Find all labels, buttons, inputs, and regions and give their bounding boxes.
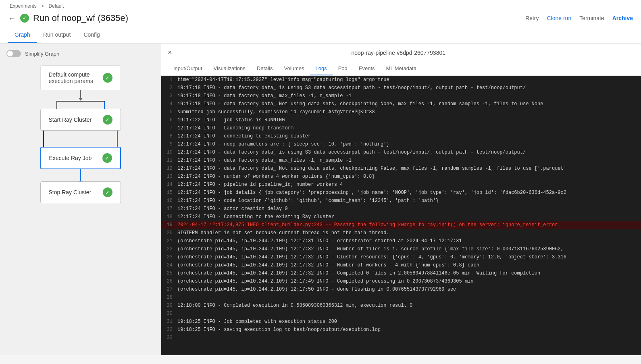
log-line-text: SIGTERM handler is not set because curre…	[177, 229, 389, 237]
tab-logs[interactable]: Logs	[310, 62, 332, 75]
log-line-number: 17	[161, 205, 177, 212]
simplify-toggle[interactable]	[6, 50, 21, 57]
log-line: 219:17:18 INFO - data factory data_ is u…	[161, 84, 641, 92]
log-line: 1time="2024-04-17T19:17:15.293Z" level=i…	[161, 76, 641, 84]
log-line-number: 8	[161, 133, 177, 140]
clone-run-button[interactable]: Clone run	[547, 15, 571, 21]
tab-details[interactable]: Details	[251, 62, 279, 75]
log-line-text: (orchestrate pid=145, ip=10.244.2.109) 1…	[177, 262, 479, 269]
log-line-text: 12:17:24 INFO - code location {'github':…	[177, 197, 439, 204]
log-line-text: (orchestrate pid=145, ip=10.244.2.109) 1…	[177, 270, 540, 277]
tab-config[interactable]: Config	[77, 27, 106, 43]
log-line-number: 23	[161, 254, 177, 261]
log-line-number: 32	[161, 326, 177, 333]
log-line-text: time="2024-04-17T19:17:15.293Z" level=in…	[177, 76, 389, 83]
page-title: Run of noop_wf (3635e)	[33, 13, 128, 23]
log-line: 25(orchestrate pid=145, ip=10.244.2.109)…	[161, 269, 641, 277]
log-line-text: 12:17:24 INFO - noop parameters are : {'…	[177, 141, 389, 148]
log-line-number: 3	[161, 92, 177, 100]
log-line: 1712:17:24 INFO - actor creation delay 0	[161, 205, 641, 213]
log-line: 712:17:24 INFO - Launching noop transfor…	[161, 124, 641, 132]
simplify-label: Simplify Graph	[25, 51, 59, 57]
tab-pod[interactable]: Pod	[333, 62, 353, 75]
log-line: 23(orchestrate pid=145, ip=10.244.2.109)…	[161, 253, 641, 261]
breadcrumb: Experiments > Default	[8, 0, 633, 10]
log-line: 1612:17:24 INFO - code location {'github…	[161, 197, 641, 205]
log-line-number: 9	[161, 141, 177, 148]
node-check-stop-ray: ✓	[103, 187, 112, 197]
log-line-number: 27	[161, 286, 177, 293]
log-line-number: 15	[161, 189, 177, 196]
log-line-text: 12:17:24 INFO - job details {'job catego…	[177, 189, 566, 196]
log-line-text: 19:17:18 INFO - data factory data_ max_f…	[177, 92, 352, 100]
log-line-number: 2	[161, 84, 177, 92]
log-line: 26(orchestrate pid=145, ip=10.244.2.109)…	[161, 277, 641, 285]
node-check-execute-ray: ✓	[102, 153, 112, 163]
tab-visualizations[interactable]: Visualizations	[208, 62, 251, 75]
log-line-number: 20	[161, 229, 177, 237]
log-line-number: 6	[161, 116, 177, 124]
tab-events[interactable]: Events	[353, 62, 381, 75]
log-line-number: 4	[161, 100, 177, 108]
node-check-start-ray: ✓	[103, 115, 112, 125]
log-line: 5submitted job successfully, submission …	[161, 108, 641, 116]
log-line-number: 28	[161, 294, 177, 301]
log-line-text: 12:17:24 INFO - data factory data_ max_f…	[177, 157, 352, 164]
log-line: 27(orchestrate pid=145, ip=10.244.2.109)…	[161, 285, 641, 293]
log-line: 319:17:18 INFO - data factory data_ max_…	[161, 92, 641, 100]
log-line: 1212:17:24 INFO - data factory data_ Not…	[161, 164, 641, 173]
log-line-text: 12:18:00 INFO - Completed execution in 0…	[177, 302, 412, 309]
log-line-text: submitted job successfully, submission i…	[177, 108, 375, 116]
retry-button[interactable]: Retry	[525, 15, 539, 21]
tab-input-output[interactable]: Input/Output	[168, 62, 208, 75]
graph-node-default-compute[interactable]: Default computeexecution params ✓	[40, 65, 121, 90]
log-line: 1512:17:24 INFO - job details {'job cate…	[161, 189, 641, 197]
close-button[interactable]: ×	[168, 48, 172, 57]
log-line-number: 16	[161, 197, 177, 204]
log-line: 33	[161, 334, 641, 342]
log-line-number: 22	[161, 245, 177, 253]
log-line-text: 12:17:24 INFO - actor creation delay 0	[177, 205, 288, 212]
log-line-text: (orchestrate pid=145, ip=10.244.2.109) 1…	[177, 254, 566, 261]
tab-graph[interactable]: Graph	[8, 27, 37, 43]
archive-button[interactable]: Archive	[612, 15, 633, 21]
graph-node-start-ray[interactable]: Start Ray Cluster ✓	[40, 109, 121, 131]
log-line-number: 14	[161, 181, 177, 188]
log-line-text: 19:17:22 INFO - job status is RUNNING	[177, 116, 285, 124]
tab-volumes[interactable]: Volumes	[279, 62, 310, 75]
status-icon: ✓	[20, 14, 29, 23]
log-line: 3219:18:25 INFO - saving execution log t…	[161, 326, 641, 334]
graph-node-execute-ray[interactable]: Execute Ray Job ✓	[40, 147, 121, 169]
log-line: 1012:17:24 INFO - data factory data_ is …	[161, 148, 641, 156]
log-line: 20SIGTERM handler is not set because cur…	[161, 229, 641, 237]
log-line: 1112:17:24 INFO - data factory data_ max…	[161, 156, 641, 164]
log-line-number: 21	[161, 237, 177, 245]
log-line-text: (orchestrate pid=145, ip=10.244.2.109) 1…	[177, 278, 474, 285]
log-line-text: 12:17:24 INFO - connecting to existing c…	[177, 133, 311, 140]
log-line-number: 31	[161, 318, 177, 325]
log-line-number: 10	[161, 149, 177, 156]
graph-node-stop-ray[interactable]: Stop Ray Cluster ✓	[40, 181, 121, 203]
graph-panel: Simplify Graph Default computeexecution …	[0, 44, 161, 355]
log-line: 1412:17:24 INFO - pipeline id pipeline_i…	[161, 181, 641, 189]
log-line-number: 29	[161, 302, 177, 309]
log-line-number: 1	[161, 76, 177, 83]
log-line: 812:17:24 INFO - connecting to existing …	[161, 132, 641, 140]
log-line-number: 5	[161, 108, 177, 116]
log-line: 3119:18:25 INFO - Job completed with exe…	[161, 318, 641, 326]
log-line-text: 12:17:24 INFO - pipeline id pipeline_id;…	[177, 181, 343, 188]
node-check-default-compute: ✓	[103, 73, 112, 83]
log-line-number: 11	[161, 157, 177, 164]
back-button[interactable]: ←	[8, 14, 16, 23]
panel-tabs: Input/Output Visualizations Details Volu…	[161, 62, 641, 76]
log-content[interactable]: 1time="2024-04-17T19:17:15.293Z" level=i…	[161, 76, 641, 355]
log-line: 619:17:22 INFO - job status is RUNNING	[161, 116, 641, 124]
log-line-number: 26	[161, 278, 177, 285]
log-line-number: 12	[161, 165, 177, 172]
log-line-number: 33	[161, 334, 177, 341]
tab-ml-metadata[interactable]: ML Metadata	[381, 62, 422, 75]
log-line-text: 12:17:24 INFO - Launching noop transform	[177, 125, 293, 132]
terminate-button[interactable]: Terminate	[579, 15, 604, 21]
tab-run-output[interactable]: Run output	[37, 27, 77, 43]
log-line-text: 19:18:25 INFO - Job completed with execu…	[177, 318, 337, 325]
